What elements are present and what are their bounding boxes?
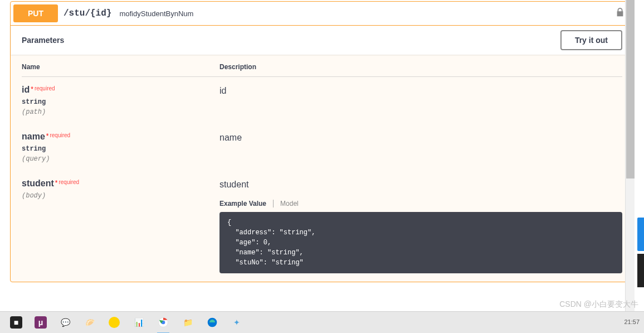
taskbar-app3[interactable]: 🥟	[78, 313, 101, 331]
side-widget-blue[interactable]	[637, 218, 644, 251]
right-side-panel	[633, 0, 644, 311]
col-name: Name	[22, 63, 219, 71]
col-description: Description	[219, 63, 622, 71]
tab-example-value[interactable]: Example Value	[219, 200, 273, 207]
param-in: (path)	[22, 108, 219, 116]
param-name: name	[22, 132, 45, 141]
param-in: (body)	[22, 192, 219, 200]
required-star: *	[30, 85, 33, 93]
required-label: required	[33, 85, 55, 91]
param-type: string	[22, 145, 219, 153]
taskbar-app4[interactable]	[103, 313, 126, 331]
required-label: required	[57, 179, 79, 185]
try-it-out-button[interactable]: Try it out	[560, 30, 622, 50]
parameters-table: Name Description id*required string (pat…	[11, 55, 633, 282]
taskbar-wechat[interactable]: 💬	[53, 313, 77, 331]
param-in: (query)	[22, 155, 219, 163]
taskbar-clock[interactable]: 21:57	[624, 318, 640, 326]
method-badge: PUT	[13, 4, 58, 22]
summary-path: /stu/{id}	[64, 8, 111, 18]
parameters-title: Parameters	[22, 36, 64, 45]
taskbar: ■ μ 💬 🥟 📊 📁 ✦ 21:57	[0, 311, 644, 333]
taskbar-app5[interactable]: 📊	[127, 313, 150, 331]
required-label: required	[48, 132, 70, 138]
taskbar-app1[interactable]: μ	[29, 313, 52, 331]
parameters-header: Parameters Try it out	[11, 26, 633, 55]
param-type: string	[22, 98, 219, 106]
example-body-code[interactable]: { "address": "string", "age": 0, "name":…	[219, 212, 622, 273]
opblock-summary[interactable]: PUT /stu/{id} mofidyStudentBynNum	[11, 2, 633, 25]
tab-model[interactable]: Model	[273, 200, 305, 207]
opblock-body: Parameters Try it out Name Description i…	[11, 25, 633, 282]
taskbar-app9[interactable]: ✦	[225, 313, 248, 331]
param-row: name*required string (query) name	[22, 132, 622, 163]
param-name: id	[22, 85, 30, 94]
param-desc: id	[219, 86, 622, 96]
taskbar-tray[interactable]: 21:57	[624, 318, 640, 326]
params-columns: Name Description	[22, 63, 622, 77]
side-widget-dark[interactable]	[637, 254, 644, 287]
model-tabs: Example Value Model	[219, 200, 622, 207]
taskbar-start[interactable]: ■	[4, 313, 28, 331]
opblock-put: PUT /stu/{id} mofidyStudentBynNum Parame…	[10, 1, 634, 282]
param-desc: student	[219, 180, 622, 190]
taskbar-chrome[interactable]	[152, 313, 175, 331]
param-name: student	[22, 178, 54, 188]
taskbar-edge[interactable]	[201, 313, 224, 331]
taskbar-explorer[interactable]: 📁	[176, 313, 199, 331]
param-row: id*required string (path) id	[22, 85, 622, 116]
summary-description: mofidyStudentBynNum	[119, 9, 615, 18]
param-desc: name	[219, 133, 622, 143]
param-row: student*required (body) student Example …	[22, 178, 622, 273]
